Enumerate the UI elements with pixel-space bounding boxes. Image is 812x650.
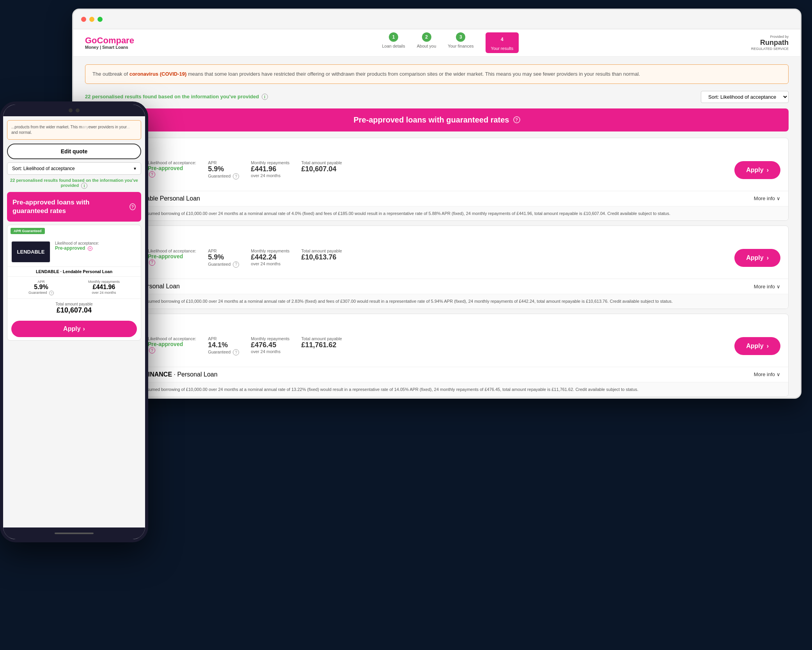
mobile-speaker — [76, 108, 80, 112]
community-apply-label: Apply — [746, 343, 763, 350]
lendable-apply-button[interactable]: Apply › — [734, 161, 780, 179]
results-desc: personalised results found based on the … — [92, 94, 259, 99]
lendable-apply-label: Apply — [746, 167, 763, 174]
community-apr-label: APR — [208, 336, 239, 341]
step-2[interactable]: 2 About you — [417, 32, 436, 53]
ratesetter-apr-info-icon[interactable]: ? — [233, 261, 239, 268]
mobile-lendable-monthly-label: Monthly repayments — [88, 280, 120, 284]
covid-banner: The outbreak of coronavirus (COVID-19) m… — [85, 64, 789, 84]
mobile-lendable-monthly-value: £441.96 — [88, 284, 120, 291]
lendable-likelihood-help[interactable]: ? — [149, 171, 155, 178]
mobile-lendable-apr-info[interactable]: ? — [49, 291, 54, 295]
ratesetter-more-info-button[interactable]: More info ∨ — [754, 284, 780, 289]
community-details: Likelihood of acceptance: Pre-approved ?… — [148, 336, 727, 355]
community-likelihood-help[interactable]: ? — [149, 347, 155, 353]
lendable-apr-info-icon[interactable]: ? — [233, 173, 239, 179]
ratesetter-total-label: Total amount payable — [301, 249, 342, 253]
ratesetter-apr-sub: Guaranteed ? — [208, 261, 239, 268]
community-apply-button[interactable]: Apply › — [734, 337, 780, 355]
mobile-lendable-apply-label: Apply — [63, 325, 80, 332]
community-total-value: £11,761.62 — [301, 341, 342, 349]
community-more-info-label: More info — [754, 371, 775, 377]
mobile-lendable-total: Total amount payable £10,607.04 — [7, 298, 141, 318]
partner-provided: Provided by — [751, 35, 789, 39]
lendable-guaranteed-text: Guaranteed — [208, 174, 230, 178]
step-3-label: Your finances — [448, 44, 473, 48]
community-apply-arrow: › — [767, 343, 769, 350]
ratesetter-monthly-value: £442.24 — [251, 253, 289, 261]
ratesetter-more-info-label: More info — [754, 284, 775, 289]
ratesetter-monthly-label: Monthly repayments — [251, 249, 289, 253]
pre-approved-help-icon[interactable]: ? — [513, 116, 520, 123]
ratesetter-apply-button[interactable]: Apply › — [734, 249, 780, 267]
lendable-apr-value: 5.9% — [208, 165, 239, 173]
results-number: 22 — [85, 94, 90, 99]
lendable-apr-col: APR 5.9% Guaranteed ? — [208, 160, 239, 179]
results-info-icon[interactable]: i — [262, 94, 268, 100]
loan-card-community-top: community myfinance Likelihood of accept… — [85, 325, 788, 367]
mobile-results-count: 22 personalised results found based on t… — [7, 178, 141, 189]
mobile-home-indicator — [55, 533, 94, 534]
desktop-browser: GoCompare Money | Smart Loans 1 Loan det… — [72, 9, 801, 399]
community-likelihood-label: Likelihood of acceptance: — [148, 336, 196, 341]
covid-bold: coronavirus (COVID-19) — [129, 71, 187, 77]
mobile-lendable-name: LENDABLE · Lendable Personal Loan — [7, 266, 141, 276]
mobile-results-info-icon[interactable]: i — [81, 183, 87, 189]
mobile-lendable-apply-button[interactable]: Apply › — [11, 321, 137, 337]
mobile-camera — [69, 108, 73, 112]
ratesetter-likelihood-value: Pre-approved — [148, 253, 196, 259]
mobile-apr-badge-lendable: APR Guaranteed — [11, 228, 45, 234]
mobile-covid-text: ...products from the wider market. This … — [11, 125, 130, 135]
community-apr-info-icon[interactable]: ? — [233, 349, 239, 355]
ratesetter-total-value: £10,613.76 — [301, 253, 342, 261]
mobile-results-number: 22 — [10, 178, 15, 183]
loan-card-ratesetter: APR Guaranteed % RateSetter Likelihood o… — [85, 226, 789, 309]
pre-approved-banner: Pre-approved loans with guaranteed rates… — [85, 108, 789, 131]
browser-dot-minimize — [89, 17, 94, 22]
partner-logo: Provided by Runpath REGULATED SERVICE — [751, 35, 789, 51]
logo-area: GoCompare Money | Smart Loans — [85, 36, 134, 50]
lendable-rep-example: Representative Example: Assumed borrowin… — [85, 206, 788, 221]
ratesetter-more-info-chevron: ∨ — [777, 284, 780, 289]
ratesetter-guaranteed-text: Guaranteed — [208, 261, 230, 266]
loan-card-ratesetter-top: % RateSetter Likelihood of acceptance: P… — [85, 237, 788, 279]
lendable-apply-arrow: › — [767, 167, 769, 174]
lendable-monthly-col: Monthly repayments £441.96 over 24 month… — [251, 160, 289, 178]
mobile-lendable-logo-text: LENDABLE — [17, 249, 45, 255]
mobile-lendable-help-icon[interactable]: ? — [88, 246, 92, 251]
mobile-mockup: ...products from the wider market. This … — [0, 101, 148, 542]
community-product-name: Personal Loan — [177, 371, 217, 378]
community-more-info-button[interactable]: More info ∨ — [754, 371, 780, 377]
covid-suffix: means that some loan providers have rest… — [188, 71, 640, 77]
mobile-sort-chevron: ▾ — [134, 166, 136, 171]
ratesetter-likelihood-help[interactable]: ? — [149, 259, 155, 266]
mobile-pre-approved-help[interactable]: ? — [129, 203, 136, 210]
community-total-label: Total amount payable — [301, 336, 342, 341]
mobile-sort-dropdown[interactable]: Sort: Likelihood of acceptance ▾ — [7, 162, 141, 175]
mobile-lendable-logo: LENDABLE — [11, 241, 50, 263]
lendable-more-info-chevron: ∨ — [777, 195, 780, 201]
mobile-results-desc: personalised results found based on the … — [16, 178, 138, 188]
mobile-edit-quote-button[interactable]: Edit quote — [7, 144, 141, 159]
mobile-sort-label: Sort: Likelihood of acceptance — [12, 166, 75, 171]
step-4[interactable]: 4 Your results — [486, 32, 519, 53]
step-1-label: Loan details — [382, 44, 405, 48]
sort-dropdown[interactable]: Sort: Likelihood of acceptance — [701, 91, 789, 103]
step-1[interactable]: 1 Loan details — [382, 32, 405, 53]
mobile-pre-approved-banner: Pre-approved loans with guaranteed rates… — [7, 192, 141, 222]
community-apr-value: 14.1% — [208, 341, 239, 349]
mobile-lendable-monthly-col: Monthly repayments £441.96 over 24 month… — [88, 280, 120, 295]
community-apr-sub: Guaranteed ? — [208, 349, 239, 355]
community-card-bottom: MY COMMUNITY FINANCE · Personal Loan Mor… — [85, 367, 788, 382]
lendable-apr-sub: Guaranteed ? — [208, 173, 239, 179]
community-monthly-label: Monthly repayments — [251, 336, 289, 341]
ratesetter-total-col: Total amount payable £10,613.76 — [301, 249, 342, 261]
step-2-circle: 2 — [422, 32, 431, 42]
mobile-lendable-total-value: £10,607.04 — [11, 306, 138, 314]
ratesetter-apr-col: APR 5.9% Guaranteed ? — [208, 249, 239, 268]
lendable-more-info-button[interactable]: More info ∨ — [754, 195, 780, 201]
lendable-monthly-value: £441.96 — [251, 165, 289, 173]
results-count: 22 personalised results found based on t… — [85, 94, 268, 100]
lendable-monthly-sub: over 24 months — [251, 173, 289, 178]
step-3[interactable]: 3 Your finances — [448, 32, 473, 53]
